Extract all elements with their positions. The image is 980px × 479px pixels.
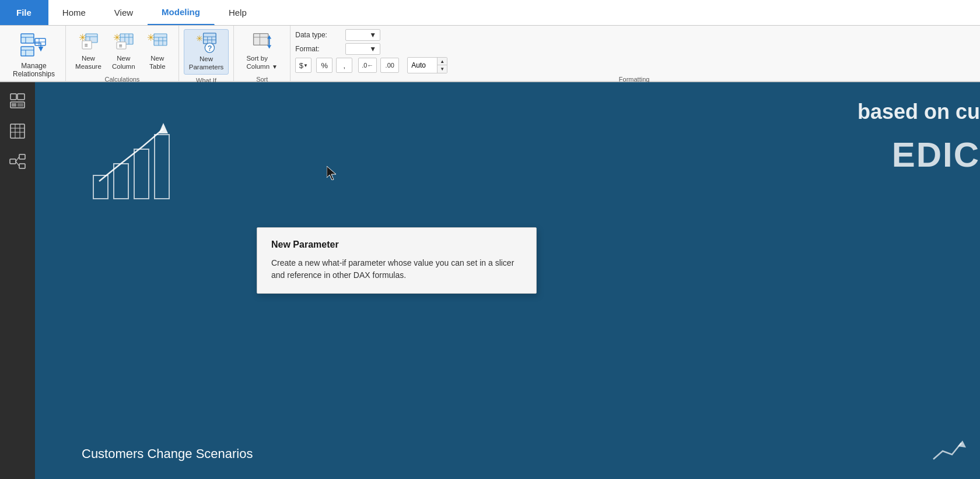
tab-view[interactable]: View [100,0,148,25]
svg-marker-59 [159,123,168,133]
svg-rect-23 [154,34,167,45]
svg-rect-57 [134,149,149,199]
what-if-group: ✳ ? New Parameters [179,26,234,81]
new-column-icon: ✳ ≡ [113,31,134,52]
sidebar [0,82,35,479]
tooltip-title: New Parameter [271,240,522,250]
svg-rect-52 [19,164,25,168]
data-type-dropdown-arrow: ▼ [369,31,376,39]
tab-bar: File Home View Modeling Help [0,0,980,26]
comma-button[interactable]: , [336,58,352,73]
spinner-down-arrow[interactable]: ▼ [438,65,447,73]
svg-text:✳: ✳ [147,33,155,43]
sort-by-column-button[interactable]: Sort by Column ▼ [239,29,285,73]
svg-rect-50 [10,159,16,164]
format-dropdown[interactable]: ▼ [345,43,380,55]
new-column-button[interactable]: ✳ ≡ New Column [107,29,140,73]
svg-line-53 [16,157,19,161]
svg-rect-40 [10,94,16,100]
tab-modeling[interactable]: Modeling [148,0,215,25]
new-parameters-label: New Parameters [189,55,223,72]
sidebar-item-data[interactable] [4,117,32,145]
svg-rect-29 [203,33,216,44]
currency-button[interactable]: $ ▼ [295,58,312,73]
formatting-group-items: Data type: ▼ Format: ▼ [295,26,973,73]
tooltip-body: Create a new what-if parameter whose val… [271,257,522,281]
spinner-arrows: ▲ ▼ [437,58,447,73]
sidebar-item-model[interactable] [4,147,32,175]
calculations-group: ✳ ≡ New Measure [66,26,179,81]
new-table-icon: ✳ [147,31,168,52]
currency-symbol: $ [299,61,303,70]
new-measure-label: New Measure [75,55,102,71]
manage-relationships-label: Manage Relationships [13,62,55,79]
calculations-group-items: ✳ ≡ New Measure [71,26,174,73]
tab-home[interactable]: Home [48,0,100,25]
format-dropdown-arrow: ▼ [369,45,376,53]
format-symbols-row: $ ▼ % , .0← .00 [295,57,447,73]
increase-decimal-symbol: .00 [386,62,394,69]
data-type-label: Data type: [295,31,342,39]
tab-view-label: View [114,8,133,17]
formatting-group: Data type: ▼ Format: ▼ [290,26,978,81]
data-type-dropdown[interactable]: ▼ [345,29,380,41]
sort-by-column-icon [251,31,272,52]
svg-rect-56 [114,164,128,199]
tab-help[interactable]: Help [215,0,261,25]
svg-line-54 [16,161,19,166]
auto-input[interactable] [408,60,437,71]
ribbon-content-area: Manage Relationships Relationships ✳ [0,26,980,82]
format-label: Format: [295,45,342,53]
percent-button[interactable]: % [316,58,332,73]
data-type-row: Data type: ▼ [295,29,380,41]
tab-file[interactable]: File [0,0,48,25]
relationships-group-items: Manage Relationships [7,26,61,81]
svg-rect-43 [12,103,16,107]
sort-by-column-label: Sort by Column ▼ [246,55,278,71]
new-parameters-button[interactable]: ✳ ? New Parameters [184,29,229,75]
relationships-group: Manage Relationships Relationships [2,26,66,81]
ribbon: File Home View Modeling Help [0,0,980,82]
svg-rect-55 [93,175,108,199]
svg-text:?: ? [207,44,212,52]
tab-file-label: File [16,8,32,17]
svg-marker-60 [958,441,966,448]
new-parameters-icon: ✳ ? [196,32,217,53]
new-measure-button[interactable]: ✳ ≡ New Measure [71,29,106,73]
canvas-bottom-title: Customers Change Scenarios [82,446,253,462]
svg-rect-0 [21,34,34,43]
comma-symbol: , [343,61,345,70]
new-measure-icon: ✳ ≡ [78,31,99,52]
spinner-up-arrow[interactable]: ▲ [438,58,447,65]
chart-illustration [82,117,198,213]
partial-text-right-1: based on cu [858,100,980,124]
svg-rect-36 [254,34,268,45]
percent-symbol: % [321,61,328,70]
decrease-decimal-symbol: .0← [362,62,373,69]
new-table-label: New Table [149,55,166,71]
svg-rect-51 [19,154,25,159]
manage-relationships-button[interactable]: Manage Relationships [7,29,61,81]
svg-text:✳: ✳ [113,33,121,43]
svg-rect-45 [10,124,24,138]
tab-modeling-label: Modeling [162,7,200,17]
sort-by-column-dropdown-arrow: ▼ [272,64,278,71]
what-if-group-items: ✳ ? New Parameters [184,26,229,75]
svg-text:≡: ≡ [85,42,88,48]
sort-group: Sort by Column ▼ Sort [234,26,290,81]
partial-text-right-2: EDIC [892,135,980,175]
tab-home-label: Home [62,8,86,17]
new-parameter-tooltip: New Parameter Create a new what-if param… [257,227,537,294]
svg-rect-41 [18,94,24,100]
increase-decimal-button[interactable]: .00 [380,58,399,73]
decrease-decimal-button[interactable]: .0← [358,58,377,73]
auto-spinner[interactable]: ▲ ▼ [407,57,447,73]
tab-help-label: Help [229,8,247,17]
bottom-right-trend-icon [931,439,966,465]
svg-rect-3 [21,47,34,56]
svg-text:✳: ✳ [196,34,203,43]
format-row: Format: ▼ [295,43,380,55]
sidebar-item-report[interactable] [4,87,32,115]
new-table-button[interactable]: ✳ New Table [141,29,174,73]
currency-dropdown-arrow: ▼ [303,63,308,68]
